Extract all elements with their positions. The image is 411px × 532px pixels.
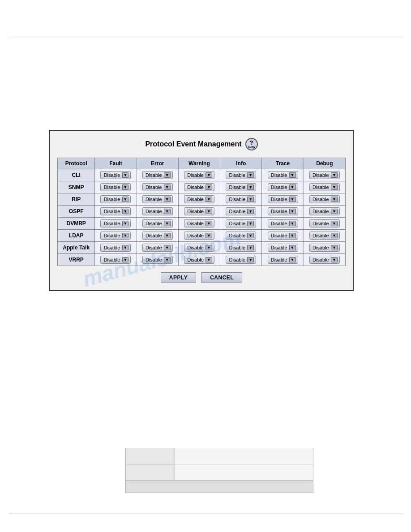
dropdown-appletalk-col2[interactable]: Disable▼ <box>184 244 214 252</box>
dropdown-value: Disable <box>228 197 246 202</box>
dropdown-arrow-icon: ▼ <box>331 197 338 202</box>
dropdown-value: Disable <box>312 233 330 238</box>
bottom-cell-value <box>175 448 313 464</box>
dropdown-vrrp-col0[interactable]: Disable▼ <box>100 256 131 264</box>
value-cell: Disable▼ <box>220 206 262 218</box>
dropdown-dvmrp-col5[interactable]: Disable▼ <box>309 219 340 227</box>
dropdown-arrow-icon: ▼ <box>206 257 212 262</box>
bottom-table-wrapper <box>125 448 313 493</box>
dropdown-value: Disable <box>312 209 330 214</box>
dropdown-arrow-icon: ▼ <box>289 209 296 214</box>
dropdown-ldap-col5[interactable]: Disable▼ <box>309 232 340 240</box>
dropdown-ospf-col1[interactable]: Disable▼ <box>142 207 173 215</box>
dropdown-dvmrp-col2[interactable]: Disable▼ <box>184 219 214 227</box>
dropdown-ospf-col0[interactable]: Disable▼ <box>100 207 131 215</box>
dropdown-cli-col0[interactable]: Disable▼ <box>100 171 131 179</box>
apply-button[interactable]: APPLY <box>161 272 196 283</box>
dropdown-value: Disable <box>228 221 246 226</box>
dropdown-arrow-icon: ▼ <box>247 172 254 178</box>
dropdown-ldap-col1[interactable]: Disable▼ <box>142 232 173 240</box>
dropdown-value: Disable <box>228 209 246 214</box>
dropdown-arrow-icon: ▼ <box>289 233 296 238</box>
value-cell: Disable▼ <box>178 169 220 181</box>
dropdown-appletalk-col0[interactable]: Disable▼ <box>100 244 131 252</box>
dropdown-value: Disable <box>186 209 205 214</box>
dropdown-snmp-col4[interactable]: Disable▼ <box>268 183 298 191</box>
dropdown-arrow-icon: ▼ <box>122 221 129 226</box>
value-cell: Disable▼ <box>304 254 345 266</box>
dropdown-cli-col2[interactable]: Disable▼ <box>184 171 214 179</box>
dropdown-rip-col5[interactable]: Disable▼ <box>309 195 340 203</box>
dropdown-appletalk-col1[interactable]: Disable▼ <box>142 244 173 252</box>
dropdown-snmp-col0[interactable]: Disable▼ <box>100 183 131 191</box>
value-cell: Disable▼ <box>95 230 137 242</box>
value-cell: Disable▼ <box>95 181 137 193</box>
dropdown-cli-col3[interactable]: Disable▼ <box>226 171 256 179</box>
value-cell: Disable▼ <box>137 218 178 230</box>
dropdown-vrrp-col1[interactable]: Disable▼ <box>142 256 173 264</box>
dropdown-appletalk-col4[interactable]: Disable▼ <box>268 244 298 252</box>
dropdown-value: Disable <box>270 245 288 250</box>
dropdown-ospf-col5[interactable]: Disable▼ <box>309 207 340 215</box>
dropdown-vrrp-col2[interactable]: Disable▼ <box>184 256 214 264</box>
dropdown-snmp-col1[interactable]: Disable▼ <box>142 183 173 191</box>
value-cell: Disable▼ <box>304 206 345 218</box>
bottom-table-row <box>126 481 313 493</box>
dropdown-appletalk-col5[interactable]: Disable▼ <box>309 244 340 252</box>
dropdown-rip-col3[interactable]: Disable▼ <box>226 195 256 203</box>
dropdown-vrrp-col3[interactable]: Disable▼ <box>226 256 256 264</box>
dropdown-value: Disable <box>186 233 205 238</box>
dropdown-ldap-col4[interactable]: Disable▼ <box>268 232 298 240</box>
value-cell: Disable▼ <box>95 254 137 266</box>
dropdown-ospf-col2[interactable]: Disable▼ <box>184 207 214 215</box>
table-row: VRRPDisable▼Disable▼Disable▼Disable▼Disa… <box>58 254 346 266</box>
dropdown-value: Disable <box>228 172 246 178</box>
dropdown-dvmrp-col4[interactable]: Disable▼ <box>268 219 298 227</box>
cancel-button[interactable]: CANCEL <box>201 272 242 283</box>
dropdown-ospf-col4[interactable]: Disable▼ <box>268 207 298 215</box>
dropdown-dvmrp-col1[interactable]: Disable▼ <box>142 219 173 227</box>
dropdown-value: Disable <box>145 197 163 202</box>
dropdown-value: Disable <box>145 245 163 250</box>
value-cell: Disable▼ <box>137 181 178 193</box>
dropdown-cli-col4[interactable]: Disable▼ <box>268 171 298 179</box>
table-row: LDAPDisable▼Disable▼Disable▼Disable▼Disa… <box>58 230 346 242</box>
dropdown-arrow-icon: ▼ <box>331 257 338 262</box>
value-cell: Disable▼ <box>137 206 178 218</box>
dropdown-cli-col5[interactable]: Disable▼ <box>309 171 340 179</box>
dropdown-rip-col4[interactable]: Disable▼ <box>268 195 298 203</box>
protocol-cell: VRRP <box>58 254 95 266</box>
panel-title: Protocol Event Management <box>145 140 241 148</box>
dropdown-ldap-col0[interactable]: Disable▼ <box>100 232 131 240</box>
dropdown-vrrp-col5[interactable]: Disable▼ <box>309 256 340 264</box>
dropdown-rip-col2[interactable]: Disable▼ <box>184 195 214 203</box>
value-cell: Disable▼ <box>304 242 345 254</box>
dropdown-arrow-icon: ▼ <box>164 245 171 250</box>
dropdown-snmp-col2[interactable]: Disable▼ <box>184 183 214 191</box>
help-button[interactable]: ? Help <box>245 138 258 150</box>
dropdown-ospf-col3[interactable]: Disable▼ <box>226 207 256 215</box>
dropdown-rip-col1[interactable]: Disable▼ <box>142 195 173 203</box>
dropdown-ldap-col2[interactable]: Disable▼ <box>184 232 214 240</box>
dropdown-ldap-col3[interactable]: Disable▼ <box>226 232 256 240</box>
dropdown-dvmrp-col3[interactable]: Disable▼ <box>226 219 256 227</box>
dropdown-arrow-icon: ▼ <box>164 184 171 190</box>
bottom-table-row <box>126 448 313 464</box>
dropdown-value: Disable <box>312 172 330 178</box>
help-icon-label: Help <box>248 146 255 149</box>
dropdown-arrow-icon: ▼ <box>247 184 254 190</box>
dropdown-snmp-col3[interactable]: Disable▼ <box>226 183 256 191</box>
dropdown-arrow-icon: ▼ <box>206 197 212 202</box>
dropdown-value: Disable <box>145 184 163 190</box>
dropdown-rip-col0[interactable]: Disable▼ <box>100 195 131 203</box>
dropdown-arrow-icon: ▼ <box>164 221 171 226</box>
value-cell: Disable▼ <box>220 181 262 193</box>
dropdown-appletalk-col3[interactable]: Disable▼ <box>226 244 256 252</box>
dropdown-vrrp-col4[interactable]: Disable▼ <box>268 256 298 264</box>
dropdown-cli-col1[interactable]: Disable▼ <box>142 171 173 179</box>
dropdown-dvmrp-col0[interactable]: Disable▼ <box>100 219 131 227</box>
dropdown-value: Disable <box>270 184 288 190</box>
protocol-cell: CLI <box>58 169 95 181</box>
dropdown-snmp-col5[interactable]: Disable▼ <box>309 183 340 191</box>
value-cell: Disable▼ <box>304 169 345 181</box>
